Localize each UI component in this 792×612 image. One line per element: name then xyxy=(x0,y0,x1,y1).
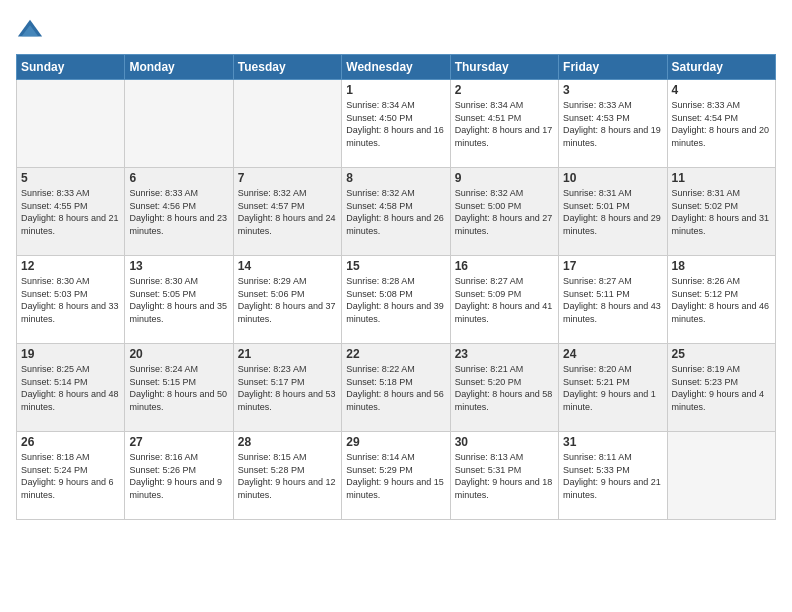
day-info: Sunrise: 8:34 AM Sunset: 4:51 PM Dayligh… xyxy=(455,99,554,149)
day-info: Sunrise: 8:34 AM Sunset: 4:50 PM Dayligh… xyxy=(346,99,445,149)
calendar-day-cell: 10Sunrise: 8:31 AM Sunset: 5:01 PM Dayli… xyxy=(559,168,667,256)
day-number: 3 xyxy=(563,83,662,97)
day-info: Sunrise: 8:20 AM Sunset: 5:21 PM Dayligh… xyxy=(563,363,662,413)
day-number: 25 xyxy=(672,347,771,361)
calendar-day-cell: 9Sunrise: 8:32 AM Sunset: 5:00 PM Daylig… xyxy=(450,168,558,256)
day-number: 5 xyxy=(21,171,120,185)
header xyxy=(16,16,776,44)
calendar-day-cell: 24Sunrise: 8:20 AM Sunset: 5:21 PM Dayli… xyxy=(559,344,667,432)
day-number: 30 xyxy=(455,435,554,449)
calendar-week-row: 12Sunrise: 8:30 AM Sunset: 5:03 PM Dayli… xyxy=(17,256,776,344)
calendar-day-cell: 16Sunrise: 8:27 AM Sunset: 5:09 PM Dayli… xyxy=(450,256,558,344)
calendar-day-cell: 22Sunrise: 8:22 AM Sunset: 5:18 PM Dayli… xyxy=(342,344,450,432)
calendar-day-cell: 15Sunrise: 8:28 AM Sunset: 5:08 PM Dayli… xyxy=(342,256,450,344)
weekday-header-row: SundayMondayTuesdayWednesdayThursdayFrid… xyxy=(17,55,776,80)
day-number: 12 xyxy=(21,259,120,273)
day-number: 29 xyxy=(346,435,445,449)
day-info: Sunrise: 8:21 AM Sunset: 5:20 PM Dayligh… xyxy=(455,363,554,413)
day-info: Sunrise: 8:33 AM Sunset: 4:53 PM Dayligh… xyxy=(563,99,662,149)
calendar-day-cell: 31Sunrise: 8:11 AM Sunset: 5:33 PM Dayli… xyxy=(559,432,667,520)
day-number: 22 xyxy=(346,347,445,361)
day-number: 27 xyxy=(129,435,228,449)
day-number: 31 xyxy=(563,435,662,449)
day-info: Sunrise: 8:27 AM Sunset: 5:09 PM Dayligh… xyxy=(455,275,554,325)
day-info: Sunrise: 8:32 AM Sunset: 4:57 PM Dayligh… xyxy=(238,187,337,237)
day-info: Sunrise: 8:24 AM Sunset: 5:15 PM Dayligh… xyxy=(129,363,228,413)
empty-cell xyxy=(17,80,125,168)
day-info: Sunrise: 8:28 AM Sunset: 5:08 PM Dayligh… xyxy=(346,275,445,325)
calendar-day-cell: 4Sunrise: 8:33 AM Sunset: 4:54 PM Daylig… xyxy=(667,80,775,168)
weekday-header-sunday: Sunday xyxy=(17,55,125,80)
calendar-day-cell: 8Sunrise: 8:32 AM Sunset: 4:58 PM Daylig… xyxy=(342,168,450,256)
day-info: Sunrise: 8:32 AM Sunset: 4:58 PM Dayligh… xyxy=(346,187,445,237)
calendar-day-cell: 1Sunrise: 8:34 AM Sunset: 4:50 PM Daylig… xyxy=(342,80,450,168)
day-number: 9 xyxy=(455,171,554,185)
calendar-week-row: 19Sunrise: 8:25 AM Sunset: 5:14 PM Dayli… xyxy=(17,344,776,432)
weekday-header-friday: Friday xyxy=(559,55,667,80)
weekday-header-wednesday: Wednesday xyxy=(342,55,450,80)
day-info: Sunrise: 8:16 AM Sunset: 5:26 PM Dayligh… xyxy=(129,451,228,501)
calendar-day-cell: 26Sunrise: 8:18 AM Sunset: 5:24 PM Dayli… xyxy=(17,432,125,520)
day-number: 18 xyxy=(672,259,771,273)
calendar-day-cell: 7Sunrise: 8:32 AM Sunset: 4:57 PM Daylig… xyxy=(233,168,341,256)
day-info: Sunrise: 8:32 AM Sunset: 5:00 PM Dayligh… xyxy=(455,187,554,237)
day-info: Sunrise: 8:33 AM Sunset: 4:54 PM Dayligh… xyxy=(672,99,771,149)
weekday-header-monday: Monday xyxy=(125,55,233,80)
day-number: 14 xyxy=(238,259,337,273)
calendar-container: SundayMondayTuesdayWednesdayThursdayFrid… xyxy=(0,0,792,612)
day-info: Sunrise: 8:18 AM Sunset: 5:24 PM Dayligh… xyxy=(21,451,120,501)
day-number: 7 xyxy=(238,171,337,185)
calendar-day-cell: 17Sunrise: 8:27 AM Sunset: 5:11 PM Dayli… xyxy=(559,256,667,344)
calendar-day-cell: 23Sunrise: 8:21 AM Sunset: 5:20 PM Dayli… xyxy=(450,344,558,432)
day-number: 20 xyxy=(129,347,228,361)
day-info: Sunrise: 8:22 AM Sunset: 5:18 PM Dayligh… xyxy=(346,363,445,413)
day-info: Sunrise: 8:30 AM Sunset: 5:05 PM Dayligh… xyxy=(129,275,228,325)
day-number: 11 xyxy=(672,171,771,185)
day-info: Sunrise: 8:15 AM Sunset: 5:28 PM Dayligh… xyxy=(238,451,337,501)
day-info: Sunrise: 8:29 AM Sunset: 5:06 PM Dayligh… xyxy=(238,275,337,325)
calendar-day-cell: 28Sunrise: 8:15 AM Sunset: 5:28 PM Dayli… xyxy=(233,432,341,520)
day-info: Sunrise: 8:13 AM Sunset: 5:31 PM Dayligh… xyxy=(455,451,554,501)
empty-cell xyxy=(125,80,233,168)
day-number: 4 xyxy=(672,83,771,97)
day-info: Sunrise: 8:33 AM Sunset: 4:56 PM Dayligh… xyxy=(129,187,228,237)
empty-cell xyxy=(667,432,775,520)
calendar-week-row: 5Sunrise: 8:33 AM Sunset: 4:55 PM Daylig… xyxy=(17,168,776,256)
day-number: 1 xyxy=(346,83,445,97)
day-info: Sunrise: 8:30 AM Sunset: 5:03 PM Dayligh… xyxy=(21,275,120,325)
day-info: Sunrise: 8:11 AM Sunset: 5:33 PM Dayligh… xyxy=(563,451,662,501)
weekday-header-tuesday: Tuesday xyxy=(233,55,341,80)
logo xyxy=(16,16,48,44)
calendar-day-cell: 13Sunrise: 8:30 AM Sunset: 5:05 PM Dayli… xyxy=(125,256,233,344)
day-number: 13 xyxy=(129,259,228,273)
calendar-day-cell: 3Sunrise: 8:33 AM Sunset: 4:53 PM Daylig… xyxy=(559,80,667,168)
day-number: 17 xyxy=(563,259,662,273)
day-info: Sunrise: 8:27 AM Sunset: 5:11 PM Dayligh… xyxy=(563,275,662,325)
calendar-day-cell: 30Sunrise: 8:13 AM Sunset: 5:31 PM Dayli… xyxy=(450,432,558,520)
day-info: Sunrise: 8:19 AM Sunset: 5:23 PM Dayligh… xyxy=(672,363,771,413)
day-number: 23 xyxy=(455,347,554,361)
day-number: 19 xyxy=(21,347,120,361)
day-info: Sunrise: 8:26 AM Sunset: 5:12 PM Dayligh… xyxy=(672,275,771,325)
calendar-week-row: 26Sunrise: 8:18 AM Sunset: 5:24 PM Dayli… xyxy=(17,432,776,520)
day-info: Sunrise: 8:23 AM Sunset: 5:17 PM Dayligh… xyxy=(238,363,337,413)
day-number: 15 xyxy=(346,259,445,273)
day-number: 26 xyxy=(21,435,120,449)
calendar-day-cell: 12Sunrise: 8:30 AM Sunset: 5:03 PM Dayli… xyxy=(17,256,125,344)
calendar-day-cell: 14Sunrise: 8:29 AM Sunset: 5:06 PM Dayli… xyxy=(233,256,341,344)
calendar-day-cell: 11Sunrise: 8:31 AM Sunset: 5:02 PM Dayli… xyxy=(667,168,775,256)
calendar-table: SundayMondayTuesdayWednesdayThursdayFrid… xyxy=(16,54,776,520)
day-info: Sunrise: 8:31 AM Sunset: 5:01 PM Dayligh… xyxy=(563,187,662,237)
day-info: Sunrise: 8:14 AM Sunset: 5:29 PM Dayligh… xyxy=(346,451,445,501)
calendar-day-cell: 19Sunrise: 8:25 AM Sunset: 5:14 PM Dayli… xyxy=(17,344,125,432)
calendar-day-cell: 20Sunrise: 8:24 AM Sunset: 5:15 PM Dayli… xyxy=(125,344,233,432)
day-info: Sunrise: 8:25 AM Sunset: 5:14 PM Dayligh… xyxy=(21,363,120,413)
calendar-day-cell: 21Sunrise: 8:23 AM Sunset: 5:17 PM Dayli… xyxy=(233,344,341,432)
day-info: Sunrise: 8:33 AM Sunset: 4:55 PM Dayligh… xyxy=(21,187,120,237)
weekday-header-saturday: Saturday xyxy=(667,55,775,80)
day-number: 2 xyxy=(455,83,554,97)
day-number: 16 xyxy=(455,259,554,273)
calendar-day-cell: 6Sunrise: 8:33 AM Sunset: 4:56 PM Daylig… xyxy=(125,168,233,256)
day-number: 21 xyxy=(238,347,337,361)
day-number: 6 xyxy=(129,171,228,185)
